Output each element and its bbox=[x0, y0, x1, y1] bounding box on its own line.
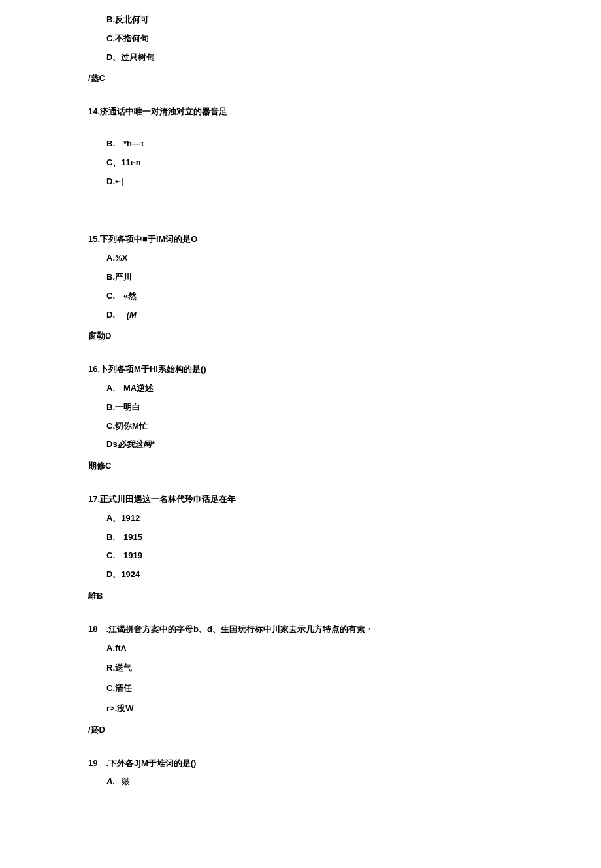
q16-option-d: Ds必我这网* bbox=[106, 438, 601, 452]
q14-option-b: B. *h—τ bbox=[106, 137, 601, 151]
q17-option-d: D、1924 bbox=[106, 568, 601, 582]
q17-option-a: A、1912 bbox=[106, 512, 601, 526]
question-17: 17.正式川田遇这一名林代玲巾话足在年 bbox=[88, 493, 601, 507]
q14-option-d: D.•-| bbox=[106, 175, 601, 189]
question-18: 18 .江谒拼音方案中的字母b、d、生国玩行标中川家去示几方特点的有素・ bbox=[88, 623, 601, 637]
q15-option-c: C. «然 bbox=[106, 290, 601, 303]
question-19: 19 .下外各JjM于堆词的是() bbox=[88, 757, 601, 771]
q16-option-a: A. MA逆述 bbox=[106, 382, 601, 395]
q16-option-b: B.一明白 bbox=[106, 401, 601, 414]
q17-option-b: B. 1915 bbox=[106, 531, 601, 544]
option-b: B.反北何可 bbox=[106, 13, 601, 27]
question-14: 14.济通话中唯一对清浊对立的器音足 bbox=[88, 105, 601, 119]
q19-a-label: A. bbox=[106, 776, 115, 786]
q16-d-value: 必我这网* bbox=[118, 439, 155, 449]
answer-13: /蒸C bbox=[88, 72, 601, 86]
q19-option-a: A. 皴 bbox=[106, 775, 601, 789]
q16-d-label: Ds bbox=[106, 439, 118, 449]
option-c: C.不指何句 bbox=[106, 32, 601, 46]
q18-option-c: C.清任 bbox=[106, 682, 601, 695]
answer-18: /菸D bbox=[88, 724, 601, 737]
q15-d-value: (M bbox=[127, 310, 137, 320]
question-15: 15.下列各项中■于IM词的是O bbox=[88, 233, 601, 246]
q18-option-a: A.ftΛ bbox=[106, 642, 601, 656]
q15-d-label: D. bbox=[106, 310, 115, 320]
question-16: 16.卜列各项M于HI系始构的是() bbox=[88, 363, 601, 376]
option-d: D、过只树甸 bbox=[106, 51, 601, 65]
q17-option-c: C. 1919 bbox=[106, 549, 601, 563]
q15-option-d: D. (M bbox=[106, 309, 601, 322]
q16-option-c: C.切你M忙 bbox=[106, 420, 601, 433]
answer-17: 雌B bbox=[88, 590, 601, 603]
answer-15: 窗勒D bbox=[88, 329, 601, 343]
q18-option-d: r>.没W bbox=[106, 702, 601, 716]
q14-option-c: C、11ι-n bbox=[106, 156, 601, 170]
q19-a-value: 皴 bbox=[122, 776, 130, 786]
q18-option-b: R.送气 bbox=[106, 661, 601, 675]
q15-option-b: B.严川 bbox=[106, 271, 601, 284]
q15-option-a: A.⅜X bbox=[106, 252, 601, 265]
answer-16: 期修C bbox=[88, 459, 601, 473]
